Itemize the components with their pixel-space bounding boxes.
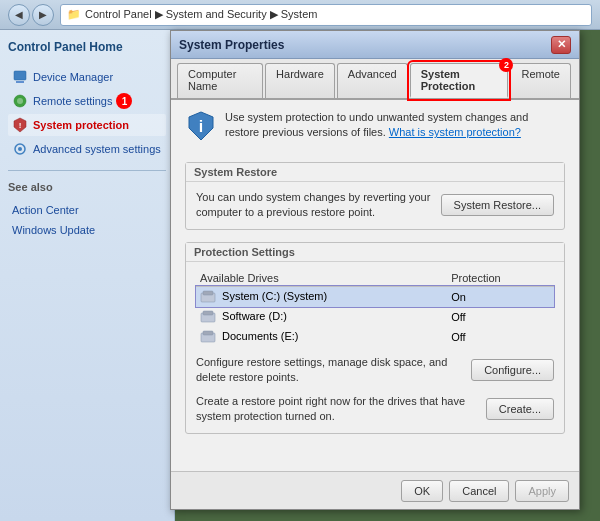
system-restore-section: System Restore You can undo system chang… bbox=[185, 162, 565, 230]
tabs-row: Computer Name Hardware Advanced System P… bbox=[171, 59, 579, 100]
remote-settings-icon bbox=[12, 93, 28, 109]
system-properties-dialog: System Properties ✕ Computer Name Hardwa… bbox=[170, 30, 580, 510]
system-protection-icon: ! bbox=[12, 117, 28, 133]
svg-rect-11 bbox=[203, 291, 213, 295]
main-content: Control Panel Home Device Manager Remote… bbox=[0, 30, 600, 521]
tab-advanced[interactable]: Advanced bbox=[337, 63, 408, 98]
nav-buttons: ◀ ▶ bbox=[8, 4, 54, 26]
tab-system-protection[interactable]: System Protection 2 bbox=[410, 63, 509, 98]
advanced-settings-icon bbox=[12, 141, 28, 157]
create-text: Create a restore point right now for the… bbox=[196, 394, 476, 425]
dialog-footer: OK Cancel Apply bbox=[171, 471, 579, 509]
info-text: Use system protection to undo unwanted s… bbox=[225, 110, 565, 141]
drive-c-label: System (C:) (System) bbox=[196, 286, 447, 307]
create-row: Create a restore point right now for the… bbox=[196, 394, 554, 425]
tab-computer-name[interactable]: Computer Name bbox=[177, 63, 263, 98]
address-bar[interactable]: 📁 Control Panel ▶ System and Security ▶ … bbox=[60, 4, 592, 26]
action-center-label: Action Center bbox=[12, 204, 79, 216]
close-button[interactable]: ✕ bbox=[551, 36, 571, 54]
breadcrumb: Control Panel ▶ System and Security ▶ Sy… bbox=[85, 8, 317, 21]
svg-text:!: ! bbox=[19, 121, 22, 130]
drive-e-label: Documents (E:) bbox=[196, 327, 447, 347]
protection-settings-section: Protection Settings Available Drives Pro… bbox=[185, 242, 565, 434]
svg-rect-13 bbox=[203, 311, 213, 315]
restore-row: You can undo system changes by reverting… bbox=[196, 190, 554, 221]
col-protection: Protection bbox=[447, 270, 554, 287]
forward-button[interactable]: ▶ bbox=[32, 4, 54, 26]
protection-settings-label: Protection Settings bbox=[186, 243, 564, 262]
back-button[interactable]: ◀ bbox=[8, 4, 30, 26]
sidebar-item-device-manager[interactable]: Device Manager bbox=[8, 66, 166, 88]
info-link[interactable]: What is system protection? bbox=[389, 126, 521, 138]
divider bbox=[8, 170, 166, 171]
shield-info-icon: i bbox=[185, 110, 217, 142]
sidebar-item-system-protection[interactable]: ! System protection bbox=[8, 114, 166, 136]
drive-c-protection: On bbox=[447, 286, 554, 307]
configure-row: Configure restore settings, manage disk … bbox=[196, 355, 554, 386]
drive-d-label: Software (D:) bbox=[196, 307, 447, 327]
configure-button[interactable]: Configure... bbox=[471, 359, 554, 381]
svg-rect-15 bbox=[203, 331, 213, 335]
dialog-body: i Use system protection to undo unwanted… bbox=[171, 100, 579, 482]
svg-rect-0 bbox=[14, 71, 26, 80]
svg-rect-1 bbox=[16, 81, 24, 83]
sidebar-item-windows-update[interactable]: Windows Update bbox=[8, 221, 166, 239]
cancel-button[interactable]: Cancel bbox=[449, 480, 509, 502]
tab-remote[interactable]: Remote bbox=[510, 63, 571, 98]
svg-point-7 bbox=[18, 147, 22, 151]
folder-icon: 📁 bbox=[67, 8, 81, 21]
drives-table: Available Drives Protection System bbox=[196, 270, 554, 347]
configure-text: Configure restore settings, manage disk … bbox=[196, 355, 461, 386]
info-section: i Use system protection to undo unwanted… bbox=[185, 110, 565, 150]
drive-d-protection: Off bbox=[447, 307, 554, 327]
sidebar-item-remote-settings[interactable]: Remote settings 1 bbox=[8, 90, 166, 112]
col-drives: Available Drives bbox=[196, 270, 447, 287]
drive-row-e[interactable]: Documents (E:) Off bbox=[196, 327, 554, 347]
system-restore-button[interactable]: System Restore... bbox=[441, 194, 554, 216]
remote-settings-badge: 1 bbox=[116, 93, 132, 109]
panel-title: Control Panel Home bbox=[8, 40, 166, 54]
sidebar-item-device-manager-label: Device Manager bbox=[33, 71, 113, 83]
sidebar-item-system-protection-label: System protection bbox=[33, 119, 129, 131]
svg-text:i: i bbox=[199, 118, 203, 135]
tab-hardware[interactable]: Hardware bbox=[265, 63, 335, 98]
ok-button[interactable]: OK bbox=[401, 480, 443, 502]
dialog-titlebar: System Properties ✕ bbox=[171, 31, 579, 59]
restore-desc: You can undo system changes by reverting… bbox=[196, 190, 431, 221]
create-button[interactable]: Create... bbox=[486, 398, 554, 420]
system-restore-label: System Restore bbox=[186, 163, 564, 182]
drive-row-d[interactable]: Software (D:) Off bbox=[196, 307, 554, 327]
see-also-label: See also bbox=[8, 181, 166, 193]
drive-row-c[interactable]: System (C:) (System) On bbox=[196, 286, 554, 307]
left-panel: Control Panel Home Device Manager Remote… bbox=[0, 30, 175, 521]
sidebar-item-advanced-settings-label: Advanced system settings bbox=[33, 143, 161, 155]
sidebar-item-advanced-settings[interactable]: Advanced system settings bbox=[8, 138, 166, 160]
svg-point-3 bbox=[17, 98, 23, 104]
device-manager-icon bbox=[12, 69, 28, 85]
sidebar-item-remote-settings-label: Remote settings bbox=[33, 95, 112, 107]
drive-e-protection: Off bbox=[447, 327, 554, 347]
sidebar-item-action-center[interactable]: Action Center bbox=[8, 201, 166, 219]
dialog-title: System Properties bbox=[179, 38, 284, 52]
apply-button[interactable]: Apply bbox=[515, 480, 569, 502]
address-bar-area: ◀ ▶ 📁 Control Panel ▶ System and Securit… bbox=[0, 0, 600, 30]
windows-update-label: Windows Update bbox=[12, 224, 95, 236]
